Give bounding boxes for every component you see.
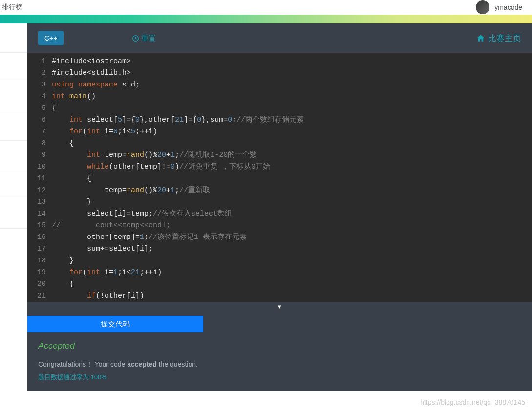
sidebar-slot [0,141,27,170]
code-line[interactable]: 20 { [27,279,532,290]
code-line[interactable]: 12 temp=rand()%20+1;//重新取 [27,185,532,196]
status-badge: Accepted [38,341,521,351]
code-line[interactable]: 16 other[temp]=1;//该位置标记1 表示存在元素 [27,232,532,243]
code-text[interactable]: other[temp]=1;//该位置标记1 表示存在元素 [49,232,532,243]
line-number: 18 [27,255,49,267]
submit-row: 提交代码 [27,311,532,339]
code-line[interactable]: 1#include<iostream> [27,56,532,67]
code-text[interactable]: using namespace std; [49,79,532,91]
username: ymacode [494,3,522,11]
code-line[interactable]: 17 sum+=select[i]; [27,243,532,255]
submit-button[interactable]: 提交代码 [27,316,203,332]
nav-leaderboard[interactable]: 排行榜 [0,3,22,12]
code-text[interactable]: select[i]=temp;//依次存入select数组 [49,208,532,220]
line-number: 10 [27,161,49,173]
contest-home-link[interactable]: 比赛主页 [476,33,521,44]
code-text[interactable]: { [49,279,532,290]
code-editor[interactable]: 1#include<iostream>2#include<stdlib.h>3u… [27,53,532,302]
reset-label: 重置 [141,34,156,43]
code-line[interactable]: 6 int select[5]={0},other[21]={0},sum=0;… [27,114,532,126]
code-text[interactable]: sum+=select[i]; [49,243,532,255]
result-panel: Accepted Congratulations！ Your code acce… [27,339,532,391]
sidebar-slot [0,170,27,199]
line-number: 14 [27,208,49,220]
line-number: 17 [27,243,49,255]
code-line[interactable]: 10 while(other[temp]!=0)//避免重复 ，下标从0开始 [27,161,532,173]
chevron-down-icon: ▾ [278,303,281,310]
language-button[interactable]: C++ [38,31,64,45]
watermark: https://blog.csdn.net/qq_38870145 [420,398,525,406]
code-text[interactable]: } [49,255,532,267]
code-text[interactable]: } [49,196,532,208]
line-number: 13 [27,196,49,208]
user-area[interactable]: ymacode [476,0,522,14]
code-text[interactable]: { [49,173,532,185]
line-number: 20 [27,279,49,290]
line-number: 6 [27,114,49,126]
code-line[interactable]: 2#include<stdlib.h> [27,67,532,79]
code-line[interactable]: 5{ [27,103,532,114]
code-line[interactable]: 15// cout<<temp<<endl; [27,220,532,232]
line-number: 5 [27,103,49,114]
left-sidebar [0,23,27,391]
code-line[interactable]: 4int main() [27,91,532,103]
content-area: C++ 重置 比赛主页 1#include<iostream>2#include… [27,23,532,391]
code-line[interactable]: 19 for(int i=1;i<21;++i) [27,267,532,279]
line-number: 3 [27,79,49,91]
line-number: 4 [27,91,49,103]
code-text[interactable]: // cout<<temp<<endl; [49,220,532,232]
code-line[interactable]: 7 for(int i=0;i<5;++i) [27,126,532,138]
code-line[interactable]: 18 } [27,255,532,267]
code-text[interactable]: int temp=rand()%20+1;//随机取1-20的一个数 [49,150,532,161]
congrats-text: Congratulations！ Your code accepted the … [38,360,521,369]
contest-home-label: 比赛主页 [488,33,521,44]
code-text[interactable]: while(other[temp]!=0)//避免重复 ，下标从0开始 [49,161,532,173]
sidebar-slot [0,199,27,229]
line-number: 9 [27,150,49,161]
reset-button[interactable]: 重置 [132,34,156,43]
line-number: 2 [27,67,49,79]
code-text[interactable]: temp=rand()%20+1;//重新取 [49,185,532,196]
gradient-strip [0,15,532,23]
sidebar-slot [0,82,27,111]
line-number: 8 [27,138,49,150]
line-number: 19 [27,267,49,279]
expand-toggle[interactable]: ▾ [27,302,532,311]
code-text[interactable]: int select[5]={0},other[21]={0},sum=0;//… [49,114,532,126]
code-line[interactable]: 14 select[i]=temp;//依次存入select数组 [27,208,532,220]
code-line[interactable]: 21 if(!other[i]) [27,290,532,302]
code-line[interactable]: 8 { [27,138,532,150]
code-text[interactable]: { [49,103,532,114]
avatar[interactable] [476,0,489,14]
code-text[interactable]: int main() [49,91,532,103]
code-line[interactable]: 9 int temp=rand()%20+1;//随机取1-20的一个数 [27,150,532,161]
sidebar-slot [0,111,27,141]
sidebar-slot [0,23,27,53]
editor-toolbar: C++ 重置 比赛主页 [27,23,532,53]
sidebar-slot [0,53,27,82]
line-number: 16 [27,232,49,243]
code-line[interactable]: 3using namespace std; [27,79,532,91]
line-number: 7 [27,126,49,138]
pass-rate: 题目数据通过率为:100% [38,373,521,382]
line-number: 15 [27,220,49,232]
line-number: 12 [27,185,49,196]
code-text[interactable]: { [49,138,532,150]
code-line[interactable]: 13 } [27,196,532,208]
code-text[interactable]: for(int i=1;i<21;++i) [49,267,532,279]
code-text[interactable]: if(!other[i]) [49,290,532,302]
top-bar: 排行榜 ymacode [0,0,532,15]
code-text[interactable]: #include<stdlib.h> [49,67,532,79]
line-number: 21 [27,290,49,302]
code-line[interactable]: 11 { [27,173,532,185]
line-number: 1 [27,56,49,67]
reset-icon [132,35,139,42]
line-number: 11 [27,173,49,185]
code-text[interactable]: #include<iostream> [49,56,532,67]
home-icon [476,34,485,43]
code-text[interactable]: for(int i=0;i<5;++i) [49,126,532,138]
